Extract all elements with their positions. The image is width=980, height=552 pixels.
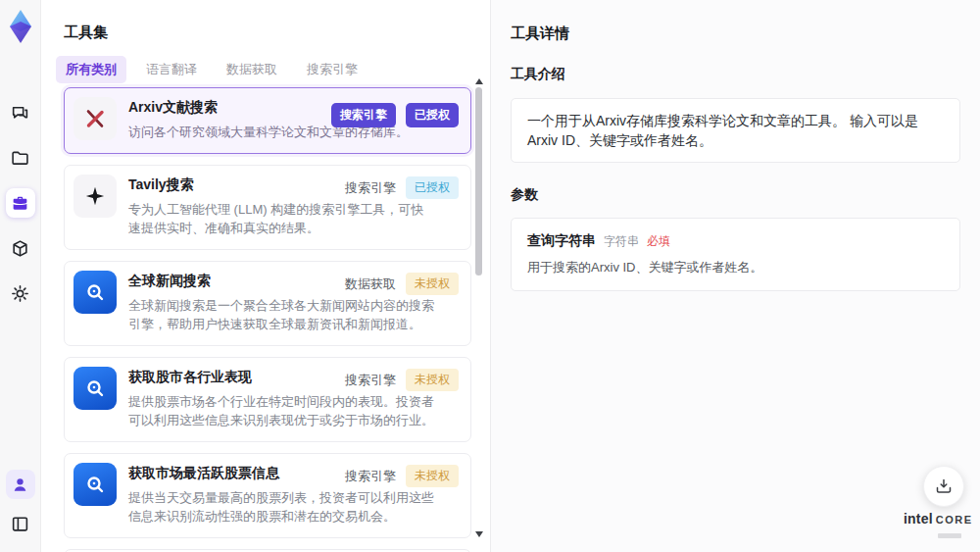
tool-category-badge: 搜索引擎 xyxy=(345,372,396,389)
tool-description: 专为人工智能代理 (LLM) 构建的搜索引擎工具，可快速提供实时、准确和真实的结… xyxy=(128,200,436,237)
category-tab-label: 搜索引擎 xyxy=(307,62,358,76)
tavily-star-icon xyxy=(74,175,117,218)
download-icon xyxy=(935,477,953,495)
tool-list: Arxiv文献搜索 访问各个研究领域大量科学论文和文章的存储库。 搜索引擎 已授… xyxy=(64,87,471,552)
scrollbar-thumb[interactable] xyxy=(475,87,482,276)
briefcase-icon[interactable] xyxy=(6,188,35,218)
app-logo xyxy=(5,8,36,45)
folder-icon[interactable] xyxy=(6,143,35,173)
tool-status-badge: 未授权 xyxy=(406,465,459,487)
tools-panel: 工具集 所有类别 语言翻译 数据获取 搜索引擎 Arxiv文献搜索 访问各个研究… xyxy=(41,0,490,552)
panel-toggle-icon[interactable] xyxy=(6,509,35,538)
parameter-card: 查询字符串 字符串 必填 用于搜索的Arxiv ID、关键字或作者姓名。 xyxy=(511,218,960,291)
scroll-down-arrow[interactable] xyxy=(475,531,483,537)
tool-status-badge: 未授权 xyxy=(406,369,459,391)
intel-core-sub-mark xyxy=(938,533,961,538)
intel-core-logo: intelCORE xyxy=(904,512,968,539)
chat-icon[interactable] xyxy=(6,98,35,127)
page-title: 工具集 xyxy=(64,24,108,42)
tool-card[interactable]: 获取股市各行业表现 提供股票市场各个行业在特定时间段内的表现。投资者可以利用这些… xyxy=(64,357,471,442)
search-logo-icon xyxy=(74,271,117,314)
intro-heading: 工具介绍 xyxy=(511,66,960,83)
download-button[interactable] xyxy=(923,466,964,507)
search-logo-icon xyxy=(74,367,117,410)
tool-category-badge: 搜索引擎 xyxy=(331,103,396,127)
tool-description: 提供当天交易量最高的股票列表，投资者可以利用这些信息来识别流动性强的股票和潜在的… xyxy=(128,488,436,526)
tool-card[interactable]: 全球新闻搜索 全球新闻搜索是一个聚合全球各大新闻网站内容的搜索引擎，帮助用户快速… xyxy=(64,261,471,346)
gear-icon[interactable] xyxy=(6,278,35,308)
category-tab-label: 所有类别 xyxy=(66,62,117,76)
search-logo-icon xyxy=(74,463,117,506)
param-description: 用于搜索的Arxiv ID、关键字或作者姓名。 xyxy=(527,259,944,276)
tool-status-badge: 已授权 xyxy=(406,103,459,127)
core-wordmark: CORE xyxy=(936,514,973,526)
scroll-up-arrow[interactable] xyxy=(475,78,483,84)
tool-card[interactable]: 获取市场最活跃股票信息 提供当天交易量最高的股票列表，投资者可以利用这些信息来识… xyxy=(64,453,471,538)
param-required-badge: 必填 xyxy=(647,233,670,250)
tool-category-badge: 数据获取 xyxy=(345,276,396,293)
tool-details-panel: 工具详情 工具介绍 一个用于从Arxiv存储库搜索科学论文和文章的工具。 输入可… xyxy=(490,0,980,552)
scrollbar[interactable] xyxy=(474,78,483,537)
tool-description: 提供股票市场各个行业在特定时间段内的表现。投资者可以利用这些信息来识别表现优于或… xyxy=(128,392,436,429)
tool-category-badge: 搜索引擎 xyxy=(345,179,396,197)
tool-category-badge: 搜索引擎 xyxy=(345,468,396,485)
param-name: 查询字符串 xyxy=(527,232,596,250)
app-sidebar xyxy=(0,0,41,552)
cube-icon[interactable] xyxy=(6,233,35,263)
category-tab-label: 数据获取 xyxy=(226,62,277,76)
intel-wordmark: intel xyxy=(904,511,933,527)
tool-card[interactable]: Arxiv文献搜索 访问各个研究领域大量科学论文和文章的存储库。 搜索引擎 已授… xyxy=(64,87,471,154)
tool-description: 全球新闻搜索是一个聚合全球各大新闻网站内容的搜索引擎，帮助用户快速获取全球最新资… xyxy=(128,296,436,333)
param-type: 字符串 xyxy=(604,233,639,250)
category-tab-label: 语言翻译 xyxy=(146,62,197,76)
arxiv-icon xyxy=(74,97,117,140)
category-tab[interactable]: 搜索引擎 xyxy=(297,56,368,83)
tool-intro-box: 一个用于从Arxiv存储库搜索科学论文和文章的工具。 输入可以是Arxiv ID… xyxy=(511,98,960,163)
tool-status-badge: 未授权 xyxy=(406,273,459,295)
tool-status-badge: 已授权 xyxy=(406,176,459,199)
category-tab[interactable]: 数据获取 xyxy=(217,56,287,83)
category-tabs: 所有类别 语言翻译 数据获取 搜索引擎 xyxy=(56,56,368,83)
user-icon[interactable] xyxy=(6,470,35,499)
category-tab[interactable]: 所有类别 xyxy=(56,56,126,83)
params-heading: 参数 xyxy=(511,186,960,204)
tool-card[interactable]: Tavily搜索 专为人工智能代理 (LLM) 构建的搜索引擎工具，可快速提供实… xyxy=(64,165,471,250)
details-title: 工具详情 xyxy=(511,25,960,43)
category-tab[interactable]: 语言翻译 xyxy=(136,56,207,83)
